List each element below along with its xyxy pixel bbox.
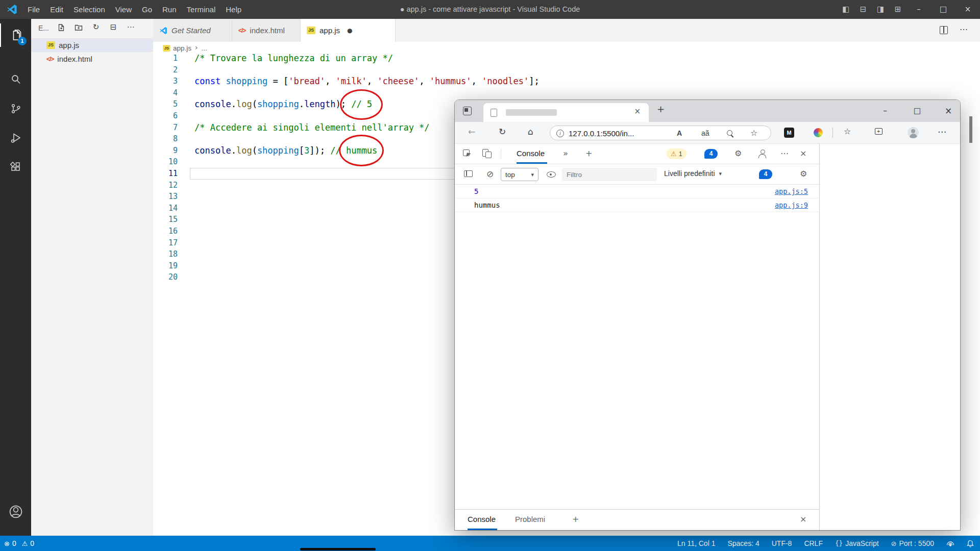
run-debug-icon[interactable] <box>0 126 31 149</box>
drawer-close-icon[interactable]: × <box>800 515 806 523</box>
cursor-position[interactable]: Ln 11, Col 1 <box>677 539 715 547</box>
feedback-people-icon[interactable] <box>758 149 766 158</box>
messages-badge[interactable]: 4 <box>759 169 772 179</box>
inspect-element-icon[interactable] <box>463 149 470 156</box>
translate-icon[interactable]: aã <box>701 129 709 137</box>
extension-color-icon[interactable] <box>814 128 823 137</box>
toggle-secondary-sidebar-icon[interactable]: ◨ <box>872 6 889 13</box>
language-mode[interactable]: {}JavaScript <box>835 539 879 547</box>
browser-menu-icon[interactable]: ⋯ <box>938 128 946 136</box>
menu-help[interactable]: Help <box>220 5 247 14</box>
tab-console[interactable]: Console <box>517 149 545 158</box>
browser-minimize-button[interactable]: – <box>873 100 897 122</box>
log-levels-dropdown[interactable]: Livelli predefiniti ▾ <box>664 169 722 178</box>
extension-m-icon[interactable]: M <box>784 128 794 138</box>
minimize-button[interactable]: – <box>906 0 931 19</box>
menu-go[interactable]: Go <box>137 5 157 14</box>
drawer-tab-console[interactable]: Console <box>468 515 496 523</box>
warnings-icon[interactable]: ⚠ <box>22 540 28 547</box>
back-icon[interactable]: ← <box>468 128 475 136</box>
live-server-port[interactable]: ⊘Port : 5500 <box>891 539 934 547</box>
collapse-all-icon[interactable]: ⊟ <box>108 23 119 31</box>
menu-edit[interactable]: Edit <box>45 5 68 14</box>
maximize-button[interactable]: □ <box>931 0 955 19</box>
browser-tab[interactable]: × <box>483 103 649 122</box>
add-tab-icon[interactable]: + <box>585 149 592 158</box>
devtools-menu-icon[interactable]: ⋯ <box>780 149 789 158</box>
file-row-index-html[interactable]: </>index.html <box>31 52 153 66</box>
toggle-panel-icon[interactable]: ⊟ <box>854 6 872 13</box>
tab-get-started[interactable]: Get Started <box>153 19 232 42</box>
zoom-icon[interactable] <box>727 130 733 137</box>
tab-app-js[interactable]: JS app.js ● <box>301 19 396 42</box>
explorer-icon[interactable]: 1 <box>0 23 31 47</box>
menu-view[interactable]: View <box>110 5 137 14</box>
clear-console-icon[interactable]: ⊘ <box>486 170 494 179</box>
eol-sequence[interactable]: CRLF <box>804 539 823 547</box>
errors-count[interactable]: 0 <box>12 539 16 547</box>
encoding[interactable]: UTF-8 <box>772 539 792 547</box>
warnings-count[interactable]: 0 <box>30 539 34 547</box>
new-tab-icon[interactable]: + <box>657 105 665 114</box>
messages-badge[interactable]: 4 <box>704 149 718 159</box>
broadcast-icon[interactable] <box>946 540 954 547</box>
read-aloud-icon[interactable]: A <box>677 129 682 137</box>
warnings-badge[interactable]: ⚠ 1 <box>667 148 687 159</box>
notifications-bell-icon[interactable] <box>967 540 974 547</box>
menu-file[interactable]: File <box>22 5 45 14</box>
refresh-icon[interactable]: ↻ <box>90 23 102 31</box>
source-control-icon[interactable] <box>0 97 31 120</box>
more-tabs-icon[interactable]: » <box>563 149 568 158</box>
devtools-close-icon[interactable]: × <box>800 149 806 158</box>
extensions-icon[interactable] <box>0 155 31 179</box>
menu-run[interactable]: Run <box>157 5 182 14</box>
breadcrumb[interactable]: JS app.js › ... <box>153 42 980 54</box>
address-bar[interactable]: i 127.0.0.1:5500/in... A aã ☆ <box>550 126 771 140</box>
tab-close-icon[interactable]: × <box>634 108 641 115</box>
page-viewport[interactable] <box>820 144 960 530</box>
errors-icon[interactable]: ⊗ <box>4 540 10 547</box>
js-context-dropdown[interactable]: top ▾ <box>501 168 538 181</box>
site-info-icon[interactable]: i <box>556 130 564 137</box>
accounts-icon[interactable] <box>0 500 31 523</box>
browser-maximize-button[interactable]: □ <box>905 100 929 122</box>
new-folder-icon[interactable] <box>73 23 84 33</box>
scrollbar-decoration[interactable] <box>969 116 972 143</box>
profile-avatar[interactable] <box>908 127 919 138</box>
source-link[interactable]: app.js:9 <box>775 201 808 209</box>
collections-icon[interactable] <box>875 128 883 135</box>
drawer-tab-problems[interactable]: Problemi <box>515 515 545 523</box>
home-icon[interactable]: ⌂ <box>528 128 533 136</box>
devtools-settings-gear-icon[interactable]: ⚙ <box>734 149 742 158</box>
add-favorite-star-icon[interactable]: ☆ <box>750 129 757 137</box>
close-button[interactable]: × <box>955 0 980 19</box>
console-sidebar-icon[interactable] <box>464 170 473 177</box>
console-settings-gear-icon[interactable]: ⚙ <box>800 170 807 178</box>
drawer-add-icon[interactable]: + <box>572 515 579 523</box>
toggle-sidebar-icon[interactable]: ◧ <box>837 6 854 13</box>
new-file-icon[interactable] <box>56 23 67 33</box>
device-emulation-icon[interactable] <box>482 149 488 157</box>
console-filter-input[interactable] <box>562 168 657 181</box>
refresh-icon[interactable]: ↻ <box>499 128 506 136</box>
browser-tabstrip: × + – □ × <box>455 100 960 122</box>
source-link[interactable]: app.js:5 <box>775 187 808 195</box>
views-more-icon[interactable]: ⋯ <box>125 23 136 31</box>
tab-label: Get Started <box>172 26 211 35</box>
indentation[interactable]: Spaces: 4 <box>727 539 759 547</box>
menu-terminal[interactable]: Terminal <box>182 5 221 14</box>
split-editor-icon[interactable] <box>940 26 948 34</box>
line-number: 14 <box>153 203 178 214</box>
live-expression-eye-icon[interactable] <box>547 171 556 178</box>
menu-selection[interactable]: Selection <box>68 5 110 14</box>
url-text[interactable]: 127.0.0.1:5500/in... <box>569 129 634 138</box>
tab-index-html[interactable]: </> index.html <box>232 19 301 42</box>
file-row-app-js[interactable]: JSapp.js <box>31 38 153 52</box>
editor-more-icon[interactable]: ⋯ <box>960 26 968 34</box>
favorites-star-icon[interactable]: ☆ <box>844 128 851 136</box>
tab-actions-icon[interactable] <box>463 107 472 115</box>
modified-dot-icon[interactable]: ● <box>347 28 352 34</box>
browser-close-button[interactable]: × <box>937 100 960 122</box>
customize-layout-icon[interactable]: ⊞ <box>889 6 906 13</box>
search-icon[interactable] <box>0 68 31 91</box>
